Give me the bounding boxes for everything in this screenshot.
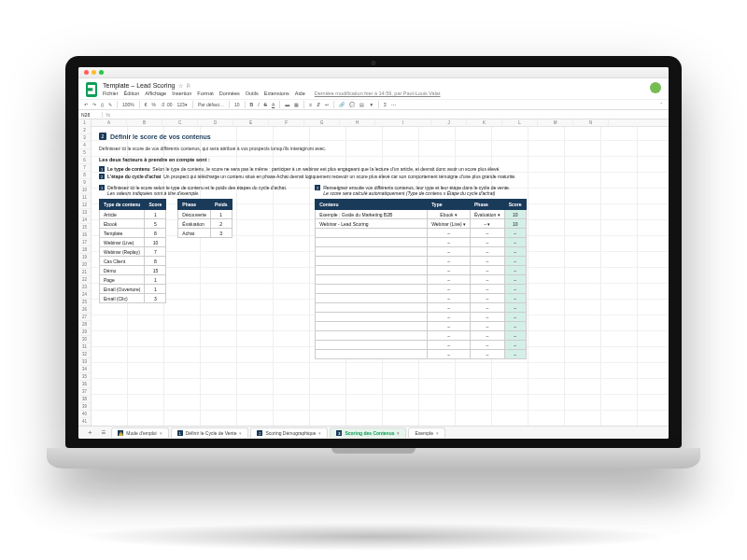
- print-icon[interactable]: ⎙: [101, 102, 104, 107]
- bullet-1: 1 Le type de contenu Selon le type de co…: [99, 166, 661, 172]
- percent-button[interactable]: %: [152, 102, 156, 107]
- row-headers[interactable]: 1234567891011121314151617181920212223242…: [78, 119, 92, 426]
- menu-data[interactable]: Données: [219, 91, 240, 96]
- link-icon[interactable]: 🔗: [339, 102, 345, 107]
- wrap-icon[interactable]: ↩: [325, 102, 329, 107]
- close-icon[interactable]: [84, 70, 89, 75]
- left-panel-header: 1 Définissez ici le score selon le type …: [99, 185, 287, 196]
- sheet-tab[interactable]: 3Scoring des Contenus▾: [330, 427, 406, 438]
- toolbar: ↶ ↷ ⎙ ✎ 100% € % .0 .00 123▾ Par défaut……: [78, 99, 669, 110]
- last-edit-link[interactable]: Dernière modification hier à 14:59, par …: [315, 91, 441, 96]
- fill-color-icon[interactable]: ▬: [285, 102, 289, 107]
- bullet-2: 2 L'étape du cycle d'achat Un prospect q…: [99, 174, 661, 179]
- align-icon[interactable]: ≡: [309, 102, 312, 107]
- minimize-icon[interactable]: [92, 70, 96, 75]
- zoom-select[interactable]: 100%: [122, 102, 134, 107]
- maximize-icon[interactable]: [99, 70, 104, 75]
- valign-icon[interactable]: ⇵: [317, 102, 320, 107]
- font-select[interactable]: Par défaut…: [198, 102, 224, 107]
- italic-button[interactable]: I: [258, 102, 259, 107]
- content-scoring-table[interactable]: ContenuTypePhaseScoreExemple : Guide du …: [315, 199, 526, 359]
- filter-icon[interactable]: ▼: [369, 102, 374, 107]
- phase-weight-table[interactable]: PhasePoidsDécouverte1Évaluation2Achat3: [177, 199, 232, 238]
- menu-bar: Fichier Édition Affichage Insertion Form…: [103, 91, 440, 96]
- more-formats-button[interactable]: 123▾: [177, 102, 188, 107]
- chart-icon[interactable]: ▤: [359, 102, 364, 107]
- menu-view[interactable]: Affichage: [145, 91, 166, 96]
- document-title[interactable]: Template – Lead Scoring: [103, 82, 175, 89]
- menu-help[interactable]: Aide: [295, 91, 305, 96]
- menu-tools[interactable]: Outils: [246, 91, 259, 96]
- sheet-tab[interactable]: Exemple▾: [408, 427, 444, 438]
- column-headers[interactable]: ABCDEFGHIJKLMN: [92, 119, 669, 127]
- paint-format-icon[interactable]: ✎: [108, 102, 112, 107]
- font-size-select[interactable]: 10: [234, 102, 240, 107]
- move-folder-icon[interactable]: ⎘: [187, 83, 190, 89]
- star-icon[interactable]: ☆: [178, 82, 183, 89]
- section-subheading: Les deux facteurs à prendre en compte so…: [99, 157, 661, 162]
- menu-edit[interactable]: Édition: [124, 91, 140, 96]
- comment-icon[interactable]: 💬: [349, 102, 355, 107]
- menu-file[interactable]: Fichier: [103, 91, 119, 96]
- redo-icon[interactable]: ↷: [92, 102, 96, 107]
- section-intro: Définissez ici le score de vos différent…: [99, 146, 661, 151]
- menu-insert[interactable]: Insertion: [172, 91, 191, 96]
- sheet-tabs: + ≡ ⚠️Mode d'emploi▾1Définir le Cycle de…: [78, 426, 669, 439]
- sheet-content[interactable]: 2 Définir le score de vos contenus Défin…: [92, 127, 669, 426]
- laptop-mockup: Template – Lead Scoring ☆ ⎘ Fichier Édit…: [47, 56, 700, 504]
- menu-extensions[interactable]: Extensions: [264, 91, 289, 96]
- sheets-logo-icon: [86, 82, 97, 97]
- borders-icon[interactable]: ▦: [294, 102, 299, 107]
- window-titlebar: [78, 67, 669, 78]
- strike-button[interactable]: S: [264, 102, 267, 107]
- section-title: Définir le score de vos contenus: [110, 133, 211, 140]
- undo-icon[interactable]: ↶: [84, 102, 88, 107]
- bold-button[interactable]: B: [250, 102, 254, 107]
- collapse-toolbar-icon[interactable]: ˄: [660, 102, 663, 107]
- right-panel-header: 2 Renseignez ensuite vos différents cont…: [315, 185, 526, 196]
- currency-button[interactable]: €: [145, 102, 148, 107]
- functions-icon[interactable]: Σ: [384, 102, 387, 107]
- name-box[interactable]: N28: [78, 112, 103, 118]
- decimals-button[interactable]: .0 .00: [161, 102, 173, 107]
- sheet-tab[interactable]: 1Définir le Cycle de Vente▾: [171, 427, 249, 438]
- fx-icon: fx: [103, 112, 114, 118]
- all-sheets-button[interactable]: ≡: [98, 428, 110, 437]
- add-sheet-button[interactable]: +: [84, 428, 96, 437]
- text-color-button[interactable]: A: [272, 102, 275, 107]
- drop-shadow: [75, 523, 672, 551]
- sheet-tab[interactable]: 2Scoring Démographique▾: [250, 427, 328, 438]
- avatar[interactable]: [650, 82, 661, 93]
- menu-format[interactable]: Format: [197, 91, 213, 96]
- sheet-tab[interactable]: ⚠️Mode d'emploi▾: [111, 427, 168, 438]
- browser-window: Template – Lead Scoring ☆ ⎘ Fichier Édit…: [78, 67, 669, 439]
- camera-dot: [372, 61, 376, 65]
- content-type-table[interactable]: Type de contenuScoreArticle1Ebook5Templa…: [99, 199, 166, 303]
- section-badge: 2: [99, 133, 106, 140]
- more-icon[interactable]: ⋯: [391, 102, 396, 107]
